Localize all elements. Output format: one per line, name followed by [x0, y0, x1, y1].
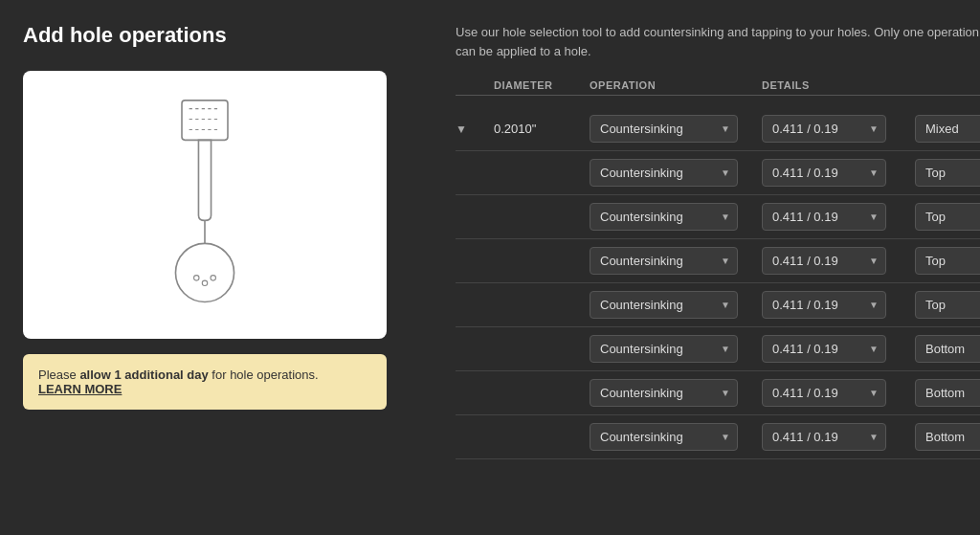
info-text-suffix: for hole operations. — [209, 368, 319, 382]
table-header: DIAMETER OPERATION DETAILS — [456, 76, 980, 96]
position-cell: MixedTopBottom▼ — [915, 159, 980, 187]
position-select[interactable]: MixedTopBottom — [915, 291, 980, 319]
operation-select[interactable]: NoneCountersinkingTapping — [590, 159, 738, 187]
info-bold-text: allow 1 additional day — [79, 368, 208, 382]
hole-tool-image — [23, 71, 387, 339]
header-diameter: DIAMETER — [494, 79, 590, 91]
table-row: NoneCountersinkingTapping▼0.411 / 0.19▼M… — [456, 415, 980, 459]
operation-select[interactable]: NoneCountersinkingTapping — [590, 379, 738, 407]
svg-point-7 — [211, 276, 215, 280]
operation-select[interactable]: NoneCountersinkingTapping — [590, 115, 738, 143]
table-row: ▼0.2010"NoneCountersinkingTapping▼0.411 … — [456, 107, 980, 151]
operation-cell: NoneCountersinkingTapping▼ — [590, 203, 762, 231]
operation-select[interactable]: NoneCountersinkingTapping — [590, 291, 738, 319]
position-select[interactable]: MixedTopBottom — [915, 379, 980, 407]
svg-point-4 — [175, 243, 234, 301]
operation-select[interactable]: NoneCountersinkingTapping — [590, 423, 738, 451]
position-cell: MixedTopBottom▼ — [915, 203, 980, 231]
header-details: DETAILS — [762, 79, 915, 91]
details-cell: 0.411 / 0.19▼ — [762, 423, 915, 451]
position-cell: MixedTopBottom▼ — [915, 335, 980, 363]
details-cell: 0.411 / 0.19▼ — [762, 379, 915, 407]
chevron-down-icon[interactable]: ▼ — [456, 123, 467, 136]
tool-svg — [147, 90, 262, 320]
position-cell: MixedTopBottom▼ — [915, 291, 980, 319]
header-col1 — [456, 79, 494, 91]
details-select[interactable]: 0.411 / 0.19 — [762, 247, 886, 275]
position-cell: MixedTopBottom▼ — [915, 247, 980, 275]
details-select[interactable]: 0.411 / 0.19 — [762, 203, 886, 231]
header-col5 — [915, 79, 980, 91]
details-select[interactable]: 0.411 / 0.19 — [762, 115, 886, 143]
description-text: Use our hole selection tool to add count… — [456, 23, 980, 60]
table-row: NoneCountersinkingTapping▼0.411 / 0.19▼M… — [456, 239, 980, 283]
position-select[interactable]: MixedTopBottom — [915, 247, 980, 275]
table-row: NoneCountersinkingTapping▼0.411 / 0.19▼M… — [456, 151, 980, 195]
operation-cell: NoneCountersinkingTapping▼ — [590, 423, 762, 451]
position-select[interactable]: MixedTopBottom — [915, 159, 980, 187]
table-body: ▼0.2010"NoneCountersinkingTapping▼0.411 … — [456, 107, 980, 459]
info-box: Please allow 1 additional day for hole o… — [23, 354, 387, 410]
operation-select[interactable]: NoneCountersinkingTapping — [590, 203, 738, 231]
operation-cell: NoneCountersinkingTapping▼ — [590, 159, 762, 187]
operation-cell: NoneCountersinkingTapping▼ — [590, 115, 762, 143]
details-cell: 0.411 / 0.19▼ — [762, 115, 915, 143]
learn-more-link[interactable]: LEARN MORE — [38, 382, 122, 396]
position-cell: MixedTopBottom▼ — [915, 115, 980, 143]
details-cell: 0.411 / 0.19▼ — [762, 247, 915, 275]
table-row: NoneCountersinkingTapping▼0.411 / 0.19▼M… — [456, 327, 980, 371]
details-cell: 0.411 / 0.19▼ — [762, 291, 915, 319]
details-select[interactable]: 0.411 / 0.19 — [762, 423, 886, 451]
position-select[interactable]: MixedTopBottom — [915, 423, 980, 451]
details-select[interactable]: 0.411 / 0.19 — [762, 291, 886, 319]
operation-cell: NoneCountersinkingTapping▼ — [590, 379, 762, 407]
position-select[interactable]: MixedTopBottom — [915, 335, 980, 363]
info-text-prefix: Please — [38, 368, 79, 382]
operation-select[interactable]: NoneCountersinkingTapping — [590, 335, 738, 363]
operation-select[interactable]: NoneCountersinkingTapping — [590, 247, 738, 275]
table-row: NoneCountersinkingTapping▼0.411 / 0.19▼M… — [456, 371, 980, 415]
details-cell: 0.411 / 0.19▼ — [762, 203, 915, 231]
svg-rect-0 — [182, 100, 228, 140]
details-select[interactable]: 0.411 / 0.19 — [762, 159, 886, 187]
details-select[interactable]: 0.411 / 0.19 — [762, 379, 886, 407]
position-cell: MixedTopBottom▼ — [915, 423, 980, 451]
table-row: NoneCountersinkingTapping▼0.411 / 0.19▼M… — [456, 283, 980, 327]
operation-cell: NoneCountersinkingTapping▼ — [590, 291, 762, 319]
operation-cell: NoneCountersinkingTapping▼ — [590, 335, 762, 363]
expand-cell: ▼ — [456, 123, 494, 136]
details-cell: 0.411 / 0.19▼ — [762, 335, 915, 363]
svg-point-6 — [202, 280, 207, 285]
details-select[interactable]: 0.411 / 0.19 — [762, 335, 886, 363]
position-select[interactable]: MixedTopBottom — [915, 115, 980, 143]
operation-cell: NoneCountersinkingTapping▼ — [590, 247, 762, 275]
table-row: NoneCountersinkingTapping▼0.411 / 0.19▼M… — [456, 195, 980, 239]
page-title: Add hole operations — [23, 23, 425, 48]
svg-point-5 — [194, 276, 199, 280]
diameter-cell: 0.2010" — [494, 122, 590, 136]
position-cell: MixedTopBottom▼ — [915, 379, 980, 407]
header-operation: OPERATION — [590, 79, 762, 91]
details-cell: 0.411 / 0.19▼ — [762, 159, 915, 187]
position-select[interactable]: MixedTopBottom — [915, 203, 980, 231]
